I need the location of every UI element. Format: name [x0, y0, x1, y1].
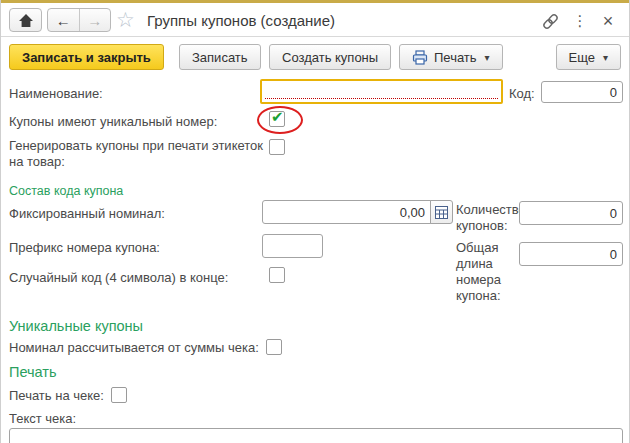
close-button[interactable]: ×	[597, 10, 619, 32]
forward-button[interactable]: →	[80, 9, 111, 31]
save-button[interactable]: Записать	[179, 44, 261, 70]
name-field-focus-ring	[260, 79, 503, 104]
code-input[interactable]	[541, 81, 623, 103]
back-button[interactable]: ←	[48, 9, 80, 31]
favorite-star-icon[interactable]: ☆	[116, 7, 135, 33]
page-title: Группы купонов (создание)	[147, 12, 335, 29]
fixed-nominal-label: Фиксированный номинал:	[9, 206, 165, 222]
window-menu-button[interactable]: ⋮	[569, 10, 591, 32]
home-button[interactable]	[9, 8, 42, 32]
total-length-label: Общая длина номера купона:	[456, 240, 514, 304]
back-icon: ←	[56, 12, 71, 29]
dropdown-arrow-icon: ▾	[603, 52, 608, 63]
print-menu-button[interactable]: Печать ▾	[399, 44, 503, 70]
coupon-group-window: ← → ☆ Группы купонов (создание) ⋮ × Запи…	[0, 0, 630, 443]
nominal-from-receipt-label: Номинал рассчитывается от суммы чека:	[9, 340, 259, 355]
printer-icon	[412, 50, 428, 65]
calculator-button[interactable]	[430, 200, 453, 224]
unique-number-label: Купоны имеют уникальный номер:	[9, 114, 217, 130]
check-icon: ✔	[271, 108, 284, 126]
fixed-nominal-input[interactable]	[262, 200, 431, 224]
section-print: Печать	[9, 364, 57, 380]
unique-number-checkbox[interactable]: ✔	[269, 111, 285, 127]
command-bar: Записать и закрыть Записать Создать купо…	[1, 38, 629, 72]
random-code-checkbox[interactable]	[269, 267, 285, 283]
name-input[interactable]	[265, 84, 498, 99]
generate-on-labels-label: Генерировать купоны при печати этикеток …	[9, 138, 263, 170]
create-coupons-button[interactable]: Создать купоны	[269, 44, 391, 70]
prefix-label: Префикс номера купона:	[9, 240, 160, 256]
link-icon	[541, 12, 560, 31]
calculator-icon	[435, 206, 448, 219]
name-label: Наименование:	[9, 86, 103, 102]
home-icon	[18, 13, 34, 28]
receipt-text-label: Текст чека:	[9, 411, 76, 427]
prefix-input[interactable]	[262, 234, 323, 258]
close-icon: ×	[603, 11, 614, 32]
copy-link-button[interactable]	[539, 10, 561, 32]
forward-icon: →	[87, 12, 102, 29]
window-header: ← → ☆ Группы купонов (создание) ⋮ ×	[1, 3, 629, 37]
generate-on-labels-checkbox[interactable]	[269, 139, 285, 155]
section-coupon-code: Состав кода купона	[9, 184, 123, 198]
receipt-text-input[interactable]	[9, 428, 623, 443]
history-nav: ← →	[47, 8, 111, 32]
random-code-label: Случайный код (4 символа) в конце:	[9, 270, 228, 286]
print-on-receipt-checkbox[interactable]	[111, 387, 127, 403]
coupon-count-label: Количество купонов:	[456, 202, 518, 234]
nominal-from-receipt-row: Номинал рассчитывается от суммы чека:	[9, 339, 282, 355]
total-length-input[interactable]	[519, 242, 623, 266]
coupon-count-input[interactable]	[519, 201, 623, 225]
print-on-receipt-row: Печать на чеке:	[9, 387, 127, 403]
save-and-close-button[interactable]: Записать и закрыть	[9, 44, 164, 70]
more-label: Еще	[569, 50, 595, 65]
code-label: Код:	[509, 86, 535, 102]
nominal-from-receipt-checkbox[interactable]	[266, 339, 282, 355]
more-button[interactable]: Еще ▾	[556, 44, 621, 70]
print-on-receipt-label: Печать на чеке:	[9, 388, 104, 403]
print-label: Печать	[434, 50, 477, 65]
kebab-icon: ⋮	[573, 12, 588, 30]
dropdown-arrow-icon: ▾	[485, 52, 490, 63]
section-unique-coupons: Уникальные купоны	[9, 318, 143, 334]
